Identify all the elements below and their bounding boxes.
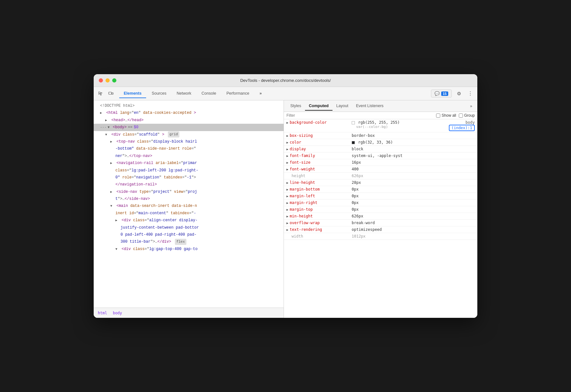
dom-line-html[interactable]: ▶ <html lang="en" data-cookies-accepted … <box>94 109 284 116</box>
dom-line-doctype[interactable]: <!DOCTYPE html> <box>94 102 284 109</box>
tab-elements[interactable]: Elements <box>119 89 146 98</box>
right-panel: Styles Computed Layout Event Listeners » <box>284 100 477 318</box>
dom-line-main-2[interactable]: inert id="main-content" tabindex="- <box>94 210 284 217</box>
computed-row-font-weight[interactable]: ▶ font-weight 400 <box>284 166 477 173</box>
tab-computed[interactable]: Computed <box>305 102 332 111</box>
bottom-bar: html body <box>94 308 284 318</box>
dom-line-div-align-1[interactable]: ▶ <div class="align-center display- <box>94 217 284 224</box>
dom-line-topnav-2[interactable]: -bottom" data-side-nav-inert role=" <box>94 145 284 152</box>
computed-row-margin-left[interactable]: ▶ margin-left 0px <box>284 193 477 200</box>
devtools-window: DevTools - developer.chrome.com/docs/dev… <box>94 74 477 318</box>
tab-sources[interactable]: Sources <box>147 89 171 98</box>
traffic-lights <box>99 78 116 82</box>
dom-line-div-gap[interactable]: ▼ <div class="lg:gap-top-400 gap-to <box>94 246 284 253</box>
dom-line-sidenav-2[interactable]: t">…</side-nav> <box>94 195 284 202</box>
right-tabs: Styles Computed Layout Event Listeners » <box>284 100 477 112</box>
computed-row-margin-bottom[interactable]: ▶ margin-bottom 0px <box>284 186 477 193</box>
more-tabs-button[interactable]: » <box>255 89 266 98</box>
minimize-button[interactable] <box>106 78 110 82</box>
titlebar: DevTools - developer.chrome.com/docs/dev… <box>94 74 477 87</box>
dom-line-sidenav-1[interactable]: ▶ <side-nav type="project" view="proj <box>94 188 284 195</box>
dom-line-navrail-3[interactable]: 0" role="navigation" tabindex="-1"> <box>94 174 284 181</box>
dom-line-div-align-2[interactable]: justify-content-between pad-bottor <box>94 224 284 231</box>
tab-console[interactable]: Console <box>197 89 221 98</box>
computed-row-box-sizing[interactable]: ▶ box-sizing border-box <box>284 132 477 139</box>
group-checkbox[interactable] <box>459 114 463 118</box>
close-button[interactable] <box>99 78 103 82</box>
dom-line-div-scaffold[interactable]: ▼ <div class="scaffold" > grid <box>94 131 284 138</box>
breadcrumb-body[interactable]: body <box>111 310 124 316</box>
color-swatch-color <box>352 141 355 144</box>
settings-button[interactable]: ⚙ <box>454 89 463 98</box>
computed-row-bg-color[interactable]: ▶ background-color rgb(255, 255, 255) va… <box>284 119 477 132</box>
dom-line-head[interactable]: ▶ <head>…</head> <box>94 117 284 124</box>
svg-rect-0 <box>109 92 112 94</box>
computed-row-width[interactable]: width 1012px <box>284 233 477 240</box>
dom-line-main-1[interactable]: ▼ <main data-search-inert data-side-n <box>94 202 284 209</box>
group-checkbox-label[interactable]: Group <box>459 113 475 118</box>
more-options-button[interactable]: ⋮ <box>466 89 475 98</box>
computed-row-text-rendering[interactable]: ▶ text-rendering optimizespeed <box>284 226 477 233</box>
computed-row-font-size[interactable]: ▶ font-size 16px <box>284 159 477 166</box>
issues-count: 15 <box>441 91 448 96</box>
dom-line-navrail-4[interactable]: </navigation-rail> <box>94 181 284 188</box>
computed-properties-list: ▶ background-color rgb(255, 255, 255) va… <box>284 119 477 318</box>
filter-input[interactable] <box>286 113 434 118</box>
dom-tree[interactable]: <!DOCTYPE html> ▶ <html lang="en" data-c… <box>94 100 284 308</box>
dom-line-navrail-1[interactable]: ▶ <navigation-rail aria-label="primar <box>94 160 284 167</box>
computed-row-min-height[interactable]: ▶ min-height 626px <box>284 213 477 220</box>
more-right-tabs-button[interactable]: » <box>467 103 475 110</box>
breadcrumb-html[interactable]: html <box>96 310 109 316</box>
dom-line-div-align-4[interactable]: 300 title-bar">…</div> flex <box>94 238 284 245</box>
svg-rect-1 <box>112 93 113 94</box>
show-all-checkbox[interactable] <box>436 114 440 118</box>
inspect-element-button[interactable] <box>96 89 105 98</box>
window-title: DevTools - developer.chrome.com/docs/dev… <box>240 78 331 83</box>
computed-row-height[interactable]: height 626px <box>284 173 477 179</box>
computed-row-font-family[interactable]: ▶ font-family system-ui, -apple-syst <box>284 153 477 159</box>
tab-event-listeners[interactable]: Event Listeners <box>352 102 387 111</box>
toolbar-right: 💬 15 ⚙ ⋮ <box>431 89 475 98</box>
filter-bar: Show all Group <box>284 112 477 119</box>
tab-styles[interactable]: Styles <box>286 102 305 111</box>
dom-line-div-align-3[interactable]: 0 pad-left-400 pad-right-400 pad- <box>94 231 284 238</box>
toolbar-icons <box>96 89 115 98</box>
computed-row-line-height[interactable]: ▶ line-height 28px <box>284 179 477 186</box>
device-toggle-button[interactable] <box>106 89 115 98</box>
dom-line-navrail-2[interactable]: class="lg:pad-left-200 lg:pad-right- <box>94 167 284 174</box>
tab-performance[interactable]: Performance <box>222 89 254 98</box>
dom-line-body[interactable]: ··· ▼ <body> == $0 <box>94 124 284 131</box>
show-all-checkbox-label[interactable]: Show all <box>436 113 456 118</box>
computed-row-overflow-wrap[interactable]: ▶ overflow-wrap break-word <box>284 220 477 226</box>
left-panel: <!DOCTYPE html> ▶ <html lang="en" data-c… <box>94 100 284 318</box>
dom-line-topnav-3[interactable]: ner">…</top-nav> <box>94 153 284 160</box>
source-link-highlight[interactable]: (index):1 <box>449 125 475 131</box>
filter-options: Show all Group <box>436 113 475 118</box>
computed-row-margin-right[interactable]: ▶ margin-right 0px <box>284 200 477 206</box>
computed-row-display[interactable]: ▶ display block <box>284 146 477 153</box>
computed-row-color[interactable]: ▶ color rgb(32, 33, 36) <box>284 139 477 146</box>
color-swatch-bg <box>352 121 355 124</box>
main-area: <!DOCTYPE html> ▶ <html lang="en" data-c… <box>94 100 477 318</box>
issues-badge-button[interactable]: 💬 15 <box>431 90 452 98</box>
dom-line-topnav-1[interactable]: ▶ <top-nav class="display-block hairl <box>94 138 284 145</box>
maximize-button[interactable] <box>112 78 116 82</box>
tab-network[interactable]: Network <box>172 89 196 98</box>
main-toolbar: Elements Sources Network Console Perform… <box>94 87 477 100</box>
tab-layout[interactable]: Layout <box>332 102 352 111</box>
computed-row-margin-top[interactable]: ▶ margin-top 0px <box>284 206 477 213</box>
